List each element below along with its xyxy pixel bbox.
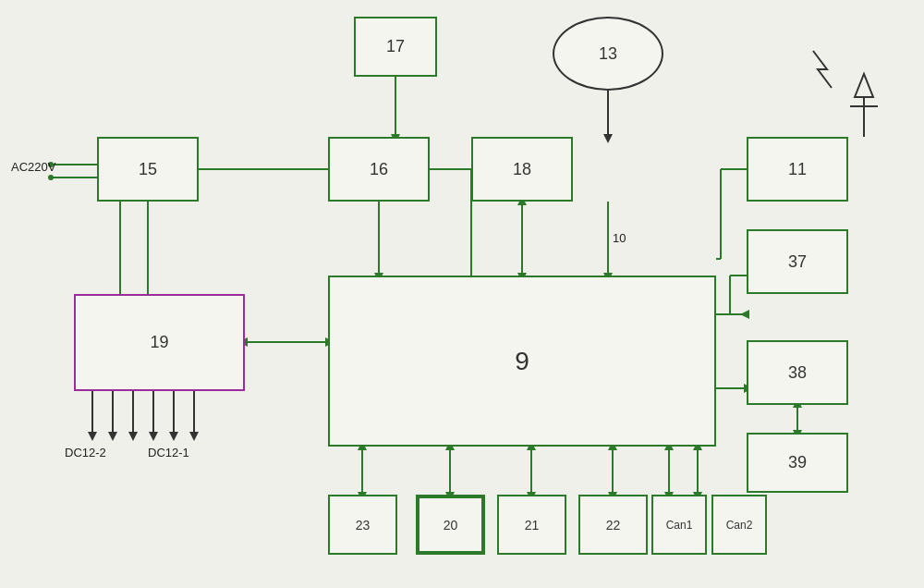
box-15: 15 (97, 137, 199, 202)
box-can1: Can1 (651, 495, 707, 555)
box-18: 18 (471, 137, 573, 202)
box-21: 21 (497, 495, 566, 555)
label-dc12-2: DC12-2 (65, 446, 106, 459)
box-can2: Can2 (711, 495, 767, 555)
svg-text:10: 10 (613, 231, 626, 245)
box-38: 38 (747, 340, 848, 405)
box-22: 22 (578, 495, 648, 555)
box-17: 17 (354, 17, 437, 77)
box-23: 23 (328, 495, 397, 555)
box-39: 39 (747, 433, 848, 493)
box-9: 9 (328, 276, 716, 447)
circuit-diagram: 10 (0, 0, 924, 588)
box-19: 19 (74, 294, 245, 391)
svg-point-4 (48, 175, 54, 180)
label-ac220v: AC220V (11, 160, 55, 174)
box-16: 16 (328, 137, 430, 202)
label-dc12-1: DC12-1 (148, 446, 189, 459)
box-37: 37 (747, 229, 848, 294)
ellipse-13: 13 (553, 17, 663, 91)
box-20: 20 (416, 495, 485, 555)
box-11: 11 (747, 137, 848, 202)
